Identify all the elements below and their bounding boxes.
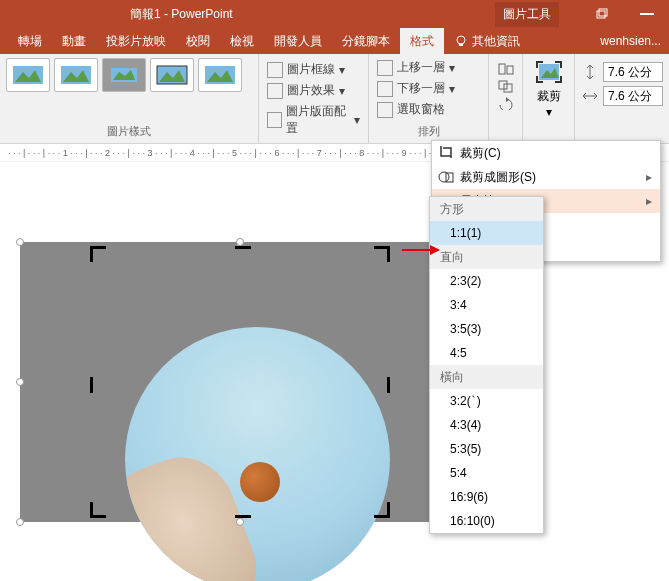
style-thumb[interactable] (198, 58, 242, 92)
crop-handle[interactable] (90, 246, 106, 262)
aspect-ratio-submenu: 方形 1:1(1) 直向 2:3(2) 3:4 3:5(3) 4:5 橫向 3:… (429, 196, 544, 534)
tell-me[interactable]: 其他資訊 (454, 33, 520, 50)
selection-handle[interactable] (236, 238, 244, 246)
style-thumb[interactable] (54, 58, 98, 92)
crop-handle[interactable] (90, 377, 93, 393)
svg-rect-15 (499, 64, 505, 74)
selection-pane-button[interactable]: 選取窗格 (375, 100, 482, 119)
chevron-down-icon: ▾ (546, 105, 552, 119)
rotate-icon[interactable] (497, 96, 515, 110)
picture-layout-button[interactable]: 圖片版面配置 ▾ (265, 102, 362, 138)
bring-forward-button[interactable]: 上移一層 ▾ (375, 58, 482, 77)
style-thumb[interactable] (102, 58, 146, 92)
aspect-3-2[interactable]: 3:2(ˋ) (430, 389, 543, 413)
crop-button[interactable]: 裁剪 ▾ (529, 58, 568, 121)
group-label-styles: 圖片樣式 (6, 124, 252, 139)
group-label-arrange: 排列 (375, 124, 482, 139)
send-backward-button[interactable]: 下移一層 ▾ (375, 79, 482, 98)
titlebar: 簡報1 - PowerPoint 圖片工具 (0, 0, 669, 28)
shape-icon (438, 169, 454, 185)
selected-image[interactable] (20, 242, 460, 522)
menu-crop[interactable]: 裁剪(C) (432, 141, 660, 165)
tab-view[interactable]: 檢視 (220, 28, 264, 54)
crop-handle[interactable] (387, 377, 390, 393)
image-crop-preview (125, 327, 390, 581)
crop-handle[interactable] (374, 502, 390, 518)
selection-handle[interactable] (16, 378, 24, 386)
svg-rect-1 (599, 9, 607, 16)
tab-review[interactable]: 校閱 (176, 28, 220, 54)
picture-border-button[interactable]: 圖片框線 ▾ (265, 60, 362, 79)
crop-icon (535, 60, 563, 88)
submenu-header-landscape: 橫向 (430, 365, 543, 389)
height-control[interactable] (581, 62, 663, 82)
ribbon-tabs: 轉場 動畫 投影片放映 校閱 檢視 開發人員 分鏡腳本 格式 其他資訊 wenh… (0, 28, 669, 54)
svg-rect-17 (499, 81, 507, 89)
annotation-arrow (400, 243, 440, 257)
window-minimize-icon[interactable] (624, 0, 669, 28)
image-content (125, 443, 268, 581)
bulb-icon (454, 34, 468, 48)
style-thumb[interactable] (6, 58, 50, 92)
aspect-2-3[interactable]: 2:3(2) (430, 269, 543, 293)
backward-icon (377, 81, 393, 97)
crop-handle[interactable] (90, 502, 106, 518)
crop-handle[interactable] (235, 246, 251, 249)
height-icon (581, 63, 599, 81)
svg-rect-2 (640, 13, 654, 15)
crop-icon (438, 145, 454, 161)
tab-transitions[interactable]: 轉場 (8, 28, 52, 54)
tab-animations[interactable]: 動畫 (52, 28, 96, 54)
svg-rect-18 (504, 84, 512, 92)
selection-handle[interactable] (16, 238, 24, 246)
aspect-4-5[interactable]: 4:5 (430, 341, 543, 365)
svg-marker-28 (430, 245, 440, 255)
chevron-right-icon: ▸ (646, 194, 652, 208)
group-icon[interactable] (497, 79, 515, 93)
tab-developer[interactable]: 開發人員 (264, 28, 332, 54)
border-icon (267, 62, 283, 78)
window-title: 簡報1 - PowerPoint (130, 6, 233, 23)
svg-rect-0 (597, 11, 605, 18)
width-input[interactable] (603, 86, 663, 106)
window-restore-icon[interactable] (579, 0, 624, 28)
width-icon (581, 87, 599, 105)
tab-format[interactable]: 格式 (400, 28, 444, 54)
selection-handle[interactable] (16, 518, 24, 526)
image-content (240, 462, 280, 502)
selection-handle[interactable] (236, 518, 244, 526)
submenu-header-portrait: 直向 (430, 245, 543, 269)
contextual-tab-label: 圖片工具 (495, 2, 559, 27)
aspect-3-5[interactable]: 3:5(3) (430, 317, 543, 341)
aspect-5-4[interactable]: 5:4 (430, 461, 543, 485)
effects-icon (267, 83, 283, 99)
picture-styles-gallery[interactable] (6, 58, 252, 92)
aspect-16-9[interactable]: 16:9(6) (430, 485, 543, 509)
svg-point-3 (457, 36, 465, 44)
height-input[interactable] (603, 62, 663, 82)
submenu-header-square: 方形 (430, 197, 543, 221)
chevron-right-icon: ▸ (646, 170, 652, 184)
svg-rect-4 (459, 44, 463, 46)
align-icon[interactable] (497, 62, 515, 76)
pane-icon (377, 102, 393, 118)
aspect-1-1[interactable]: 1:1(1) (430, 221, 543, 245)
forward-icon (377, 60, 393, 76)
tab-slideshow[interactable]: 投影片放映 (96, 28, 176, 54)
aspect-5-3[interactable]: 5:3(5) (430, 437, 543, 461)
menu-crop-to-shape[interactable]: 裁剪成圖形(S)▸ (432, 165, 660, 189)
aspect-3-4[interactable]: 3:4 (430, 293, 543, 317)
aspect-4-3[interactable]: 4:3(4) (430, 413, 543, 437)
width-control[interactable] (581, 86, 663, 106)
svg-rect-16 (507, 66, 513, 74)
layout-icon (267, 112, 282, 128)
style-thumb[interactable] (150, 58, 194, 92)
ribbon: 圖片樣式 圖片框線 ▾ 圖片效果 ▾ 圖片版面配置 ▾ 上移一層 ▾ 下移一層 … (0, 54, 669, 144)
tab-storyboard[interactable]: 分鏡腳本 (332, 28, 400, 54)
crop-handle[interactable] (374, 246, 390, 262)
aspect-16-10[interactable]: 16:10(0) (430, 509, 543, 533)
picture-effects-button[interactable]: 圖片效果 ▾ (265, 81, 362, 100)
user-name[interactable]: wenhsien... (600, 34, 661, 48)
